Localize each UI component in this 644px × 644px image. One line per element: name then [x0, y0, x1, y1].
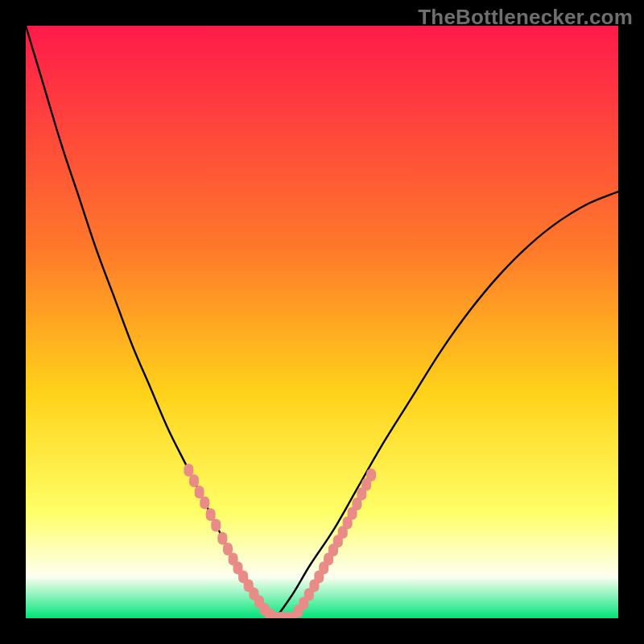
curve-marker [189, 474, 199, 487]
curve-marker [195, 485, 204, 498]
chart-svg [26, 26, 618, 618]
curve-marker [184, 464, 193, 477]
gradient-bg [26, 26, 618, 618]
curve-marker [200, 496, 209, 509]
curve-marker [206, 508, 216, 521]
plot-area [26, 26, 618, 618]
chart-frame: TheBottlenecker.com [0, 0, 644, 644]
curve-marker [366, 469, 376, 481]
watermark-text: TheBottlenecker.com [418, 5, 633, 30]
curve-marker [211, 518, 221, 531]
curve-marker [217, 532, 227, 545]
